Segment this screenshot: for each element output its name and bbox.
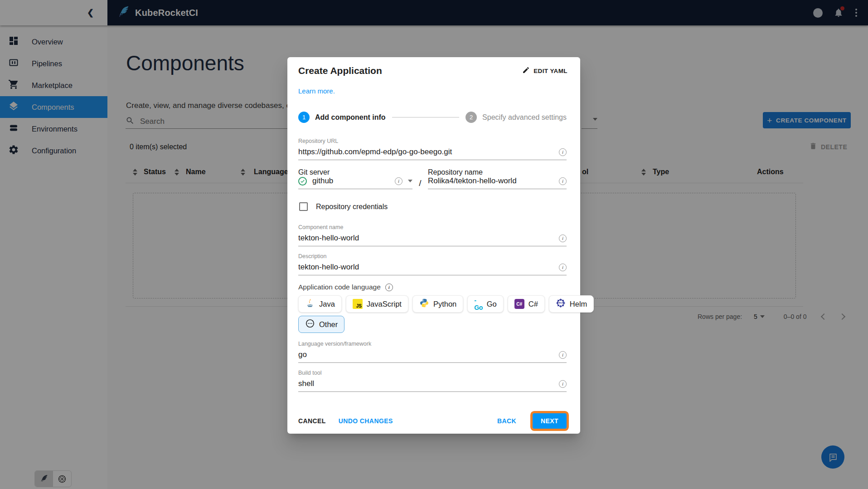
python-icon: [419, 298, 429, 310]
go-icon: -Go: [474, 297, 482, 311]
language-chip-csharp[interactable]: C# C#: [508, 295, 545, 313]
field-label: Git server: [298, 168, 412, 176]
field-label: Build tool: [298, 370, 567, 376]
chevron-down-icon: [408, 180, 412, 182]
git-server-select[interactable]: github: [298, 176, 412, 189]
stepper: 1 Add component info 2 Specify advanced …: [298, 112, 567, 123]
field-label: Repository name: [428, 168, 567, 176]
csharp-icon: C#: [514, 299, 524, 309]
repository-name-field: Repository name Rolika4/tekton-hello-wor…: [428, 168, 567, 189]
info-icon[interactable]: [559, 148, 567, 156]
language-version-input[interactable]: go: [298, 350, 567, 363]
info-icon[interactable]: [559, 177, 567, 185]
info-icon[interactable]: [559, 235, 567, 242]
helm-icon: HELM: [556, 298, 566, 310]
step-2-indicator: 2: [466, 112, 477, 123]
svg-text:HELM: HELM: [558, 302, 563, 304]
check-circle-icon: [298, 177, 307, 186]
pencil-icon: [522, 66, 530, 75]
info-icon[interactable]: [559, 380, 567, 388]
field-label: Description: [298, 253, 567, 259]
field-label: Language version/framework: [298, 341, 567, 347]
cancel-button[interactable]: CANCEL: [298, 417, 326, 425]
description-field: Description tekton-hello-world: [298, 253, 567, 275]
info-icon[interactable]: [395, 177, 402, 185]
language-chip-java[interactable]: Java: [298, 295, 342, 313]
code-language-label: Application code language: [298, 283, 393, 291]
component-name-field: Component name tekton-hello-world: [298, 224, 567, 246]
language-chip-go[interactable]: -Go Go: [467, 295, 503, 313]
build-tool-field: Build tool shell: [298, 370, 567, 392]
undo-changes-button[interactable]: UNDO CHANGES: [339, 417, 393, 425]
other-dots-icon: [305, 318, 315, 330]
java-icon: [305, 298, 315, 310]
repository-name-input[interactable]: Rolika4/tekton-hello-world: [428, 176, 567, 189]
create-application-dialog: Create Application EDIT YAML Learn more.…: [287, 57, 580, 434]
build-tool-input[interactable]: shell: [298, 379, 567, 392]
edit-yaml-button[interactable]: EDIT YAML: [522, 66, 567, 75]
info-icon[interactable]: [385, 284, 393, 291]
language-chip-other[interactable]: Other: [298, 316, 344, 333]
dialog-title: Create Application: [298, 65, 382, 76]
field-label: Component name: [298, 224, 567, 230]
step-1-label: Add component info: [315, 113, 386, 122]
repository-url-field: Repository URL https://github.com/epmd-e…: [298, 138, 567, 160]
component-name-input[interactable]: tekton-hello-world: [298, 234, 567, 246]
javascript-icon: JS: [353, 299, 363, 309]
repository-credentials-toggle[interactable]: Repository credentials: [299, 202, 388, 211]
path-separator: /: [412, 168, 428, 189]
learn-more-link[interactable]: Learn more.: [298, 87, 335, 95]
info-icon[interactable]: [559, 351, 567, 359]
checkbox-unchecked-icon[interactable]: [299, 202, 308, 211]
back-button[interactable]: BACK: [497, 417, 516, 425]
stepper-connector: [392, 117, 460, 117]
step-1-indicator: 1: [298, 112, 310, 123]
language-chip-python[interactable]: Python: [412, 295, 463, 313]
description-input[interactable]: tekton-hello-world: [298, 263, 567, 275]
info-icon[interactable]: [559, 264, 567, 271]
language-version-field: Language version/framework go: [298, 341, 567, 363]
repository-url-input[interactable]: https://github.com/epmd-edp/go-go-beego.…: [298, 147, 567, 160]
git-server-field: Git server github: [298, 168, 412, 189]
language-chip-helm[interactable]: HELM Helm: [549, 295, 594, 313]
language-chip-javascript[interactable]: JS JavaScript: [346, 295, 408, 313]
field-label: Repository URL: [298, 138, 567, 144]
next-button[interactable]: NEXT: [533, 413, 567, 429]
step-2-label: Specify advanced settings: [482, 113, 567, 122]
